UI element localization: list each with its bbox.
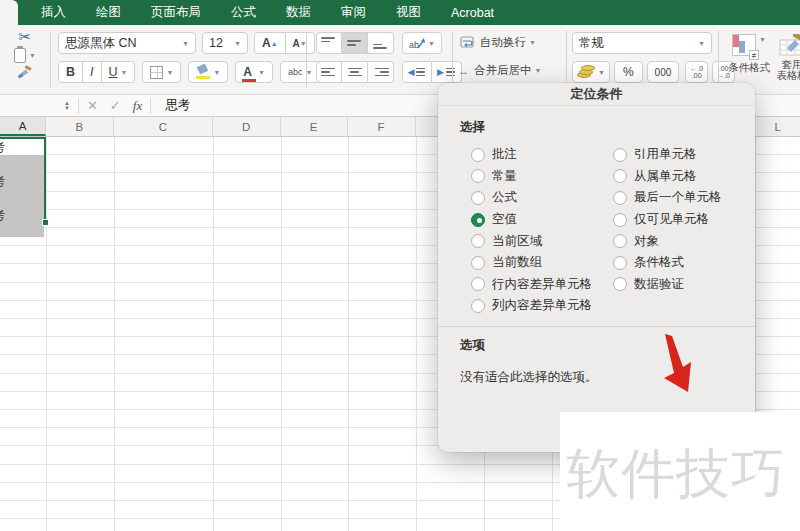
format-as-table-icon (779, 34, 800, 56)
radio-dependents[interactable]: 从属单元格 (613, 166, 722, 188)
options-left-column: 批注 常量 公式 空值 当前区域 当前数组 行内容差异单元格 列内容差异单元格 (471, 144, 592, 317)
conditional-formatting-button[interactable]: ≠ ▼ 条件格式 (728, 34, 770, 73)
group-separator (566, 31, 567, 88)
orientation-icon: ab (409, 37, 425, 50)
tab-view[interactable]: 视图 (381, 0, 436, 25)
radio-blanks[interactable]: 空值 (471, 209, 592, 231)
radio-icon (613, 256, 627, 270)
radio-icon (613, 148, 627, 162)
svg-text:ab: ab (409, 40, 419, 50)
radio-data-validation[interactable]: 数据验证 (613, 274, 722, 296)
column-header-f[interactable]: F (348, 117, 416, 136)
insert-function-icon[interactable]: fx (133, 98, 142, 114)
align-middle-button[interactable] (342, 32, 368, 54)
fill-color-icon (196, 65, 210, 79)
clipboard-group: ✂ ▼ (6, 28, 44, 79)
column-header-d[interactable]: D (213, 117, 281, 136)
radio-icon (613, 169, 627, 183)
merge-center-icon: ↔ (458, 65, 469, 77)
font-color-button[interactable]: A▼ (235, 61, 273, 83)
decrease-indent-button[interactable]: ◀ (402, 61, 432, 83)
column-header-b[interactable]: B (46, 117, 114, 136)
abc-icon: abc (288, 67, 303, 77)
tab-insert[interactable]: 插入 (26, 0, 81, 25)
column-header-l[interactable]: L (755, 117, 800, 136)
wrap-text-button[interactable]: 自动换行 ▼ (460, 35, 536, 50)
conditional-formatting-label: 条件格式 (728, 62, 770, 73)
cut-icon[interactable]: ✂ (19, 28, 32, 46)
accounting-format-button[interactable]: ▼ (572, 61, 610, 83)
format-painter-icon[interactable] (17, 65, 33, 79)
tab-home-partial[interactable] (0, 0, 18, 25)
column-header-e[interactable]: E (281, 117, 348, 136)
align-bottom-button[interactable] (368, 32, 394, 54)
dialog-title: 定位条件 (438, 83, 755, 106)
phonetic-button[interactable]: abc▼ (280, 61, 320, 83)
merge-center-button[interactable]: ↔ 合并后居中 ▼ (458, 63, 541, 78)
borders-button[interactable]: ▼ (142, 61, 181, 83)
radio-objects[interactable]: 对象 (613, 230, 722, 252)
dialog-divider (438, 326, 755, 327)
ribbon-tab-bar: 插入 绘图 页面布局 公式 数据 审阅 视图 Acrobat (0, 0, 800, 25)
increase-decimal-button[interactable]: ←.0 .00 (685, 61, 708, 83)
group-separator (718, 31, 719, 88)
radio-icon (471, 169, 485, 183)
column-header-a[interactable]: A (0, 117, 46, 136)
number-format-value: 常规 (579, 35, 604, 52)
arrow-right-icon: ▶ (437, 67, 444, 77)
align-center-button[interactable] (342, 61, 368, 83)
enter-icon[interactable]: ✓ (110, 98, 121, 113)
percent-style-button[interactable]: % (614, 61, 643, 83)
tab-acrobat[interactable]: Acrobat (436, 0, 509, 25)
name-box-spinner[interactable]: ▲▼ (64, 101, 70, 111)
wrap-text-icon (460, 36, 475, 49)
number-format-select[interactable]: 常规 ▼ (572, 32, 712, 54)
shrink-font-button[interactable]: A▼ (286, 32, 315, 54)
format-as-table-button[interactable]: 套用 表格格 (772, 34, 800, 81)
tab-review[interactable]: 审阅 (326, 0, 381, 25)
options-heading: 选项 (460, 337, 485, 354)
comma-style-button[interactable]: 000 (647, 61, 680, 83)
font-name-value: 思源黑体 CN (65, 35, 137, 52)
fill-handle[interactable] (42, 219, 49, 226)
column-header-c[interactable]: C (114, 117, 213, 136)
radio-icon (471, 234, 485, 248)
formula-bar-value[interactable]: 思考 (165, 97, 190, 114)
font-size-value: 12 (209, 36, 223, 50)
radio-conditional-formats[interactable]: 条件格式 (613, 252, 722, 274)
radio-constants[interactable]: 常量 (471, 166, 592, 188)
font-size-select[interactable]: 12 ▼ (202, 32, 248, 54)
coins-icon (577, 65, 595, 79)
radio-icon (471, 148, 485, 162)
tab-data[interactable]: 数据 (271, 0, 326, 25)
bold-button[interactable]: B (58, 61, 83, 83)
orientation-button[interactable]: ab ▼ (402, 32, 442, 54)
arrow-left-icon: ◀ (408, 67, 415, 77)
underline-button[interactable]: U▼ (102, 61, 136, 83)
align-right-button[interactable] (368, 61, 394, 83)
paste-button[interactable]: ▼ (14, 48, 36, 63)
grow-font-button[interactable]: A▲ (254, 32, 286, 54)
radio-formulas[interactable]: 公式 (471, 187, 592, 209)
fill-color-button[interactable]: ▼ (188, 61, 228, 83)
tab-page-layout[interactable]: 页面布局 (136, 0, 216, 25)
radio-column-differences[interactable]: 列内容差异单元格 (471, 295, 592, 317)
cancel-icon[interactable]: ✕ (87, 98, 98, 113)
radio-last-cell[interactable]: 最后一个单元格 (613, 187, 722, 209)
tab-draw[interactable]: 绘图 (81, 0, 136, 25)
align-left-button[interactable] (316, 61, 342, 83)
selected-cells[interactable] (0, 155, 44, 237)
radio-comments[interactable]: 批注 (471, 144, 592, 166)
chevron-down-icon: ▼ (234, 40, 241, 47)
radio-visible-cells-only[interactable]: 仅可见单元格 (613, 209, 722, 231)
radio-current-array[interactable]: 当前数组 (471, 252, 592, 274)
radio-row-differences[interactable]: 行内容差异单元格 (471, 274, 592, 296)
font-name-select[interactable]: 思源黑体 CN ▼ (58, 32, 196, 54)
italic-button[interactable]: I (83, 61, 101, 83)
align-top-button[interactable] (316, 32, 342, 54)
radio-current-region[interactable]: 当前区域 (471, 230, 592, 252)
tab-formulas[interactable]: 公式 (216, 0, 271, 25)
paste-dropdown-icon[interactable]: ▼ (29, 52, 36, 59)
options-message: 没有适合此选择的选项。 (460, 369, 598, 386)
radio-precedents[interactable]: 引用单元格 (613, 144, 722, 166)
